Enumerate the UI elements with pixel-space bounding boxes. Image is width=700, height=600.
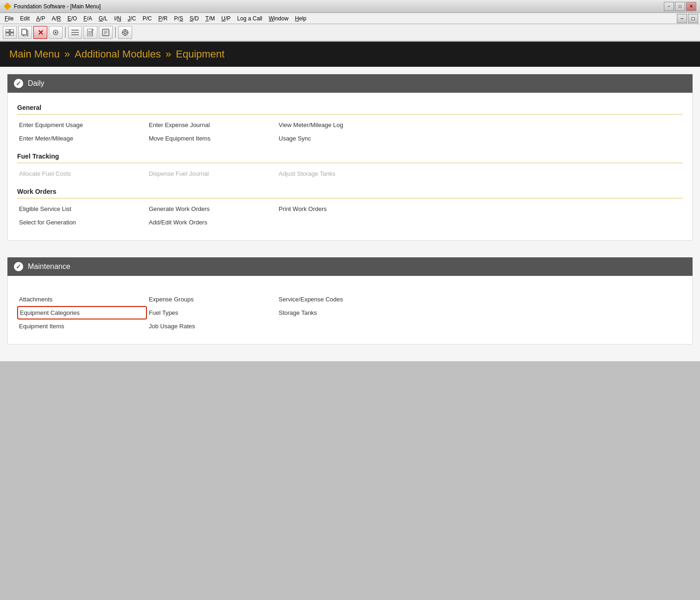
toolbar-sep1 (65, 27, 66, 38)
toolbar-copy-btn[interactable] (18, 26, 32, 39)
link-storage-tanks[interactable]: Storage Tanks (277, 306, 407, 319)
minimize-button[interactable]: − (664, 2, 674, 11)
menu-eo[interactable]: E/O (64, 14, 80, 23)
link-enter-meter-mileage[interactable]: Enter Meter/Mileage (17, 132, 147, 145)
link-job-usage-rates[interactable]: Job Usage Rates (147, 319, 277, 333)
link-equipment-categories[interactable]: Equipment Categories (17, 306, 147, 319)
link-expense-groups[interactable]: Expense Groups (147, 293, 277, 306)
svg-point-7 (55, 32, 57, 33)
menu-ar[interactable]: A/R (49, 14, 64, 23)
section-body-maintenance: AttachmentsExpense GroupsService/Expense… (7, 276, 693, 345)
subsection-title-general: General (17, 100, 683, 115)
maintenance-check-icon: ✓ (14, 262, 23, 271)
main-window: Main Menu » Additional Modules » Equipme… (0, 42, 700, 361)
link-enter-equipment-usage[interactable]: Enter Equipment Usage (17, 118, 147, 132)
fuel-menu-grid: Allocate Fuel CostsDispense Fuel Journal… (17, 165, 683, 184)
menu-bar: File Edit A/P A/R E/O F/A G/L I/N J/C P/… (0, 13, 700, 24)
toolbar-report-btn[interactable] (99, 26, 113, 39)
breadcrumb-additional-modules[interactable]: Additional Modules (75, 48, 161, 60)
menu-logcall[interactable]: Log a Call (235, 14, 265, 23)
spacer1 (7, 250, 693, 257)
maintenance-top-spacer (17, 283, 683, 291)
toolbar-doc-btn[interactable] (83, 26, 97, 39)
menu-tm[interactable]: T/M (203, 14, 218, 23)
menu-pr[interactable]: P/R (156, 14, 171, 23)
section-header-maintenance[interactable]: ✓ Maintenance (7, 257, 693, 276)
menu-in[interactable]: I/N (111, 14, 124, 23)
breadcrumb-equipment[interactable]: Equipment (176, 48, 224, 60)
svg-rect-3 (10, 33, 14, 36)
breadcrumb-main-menu[interactable]: Main Menu (9, 48, 60, 60)
link-print-work-orders[interactable]: Print Work Orders (277, 202, 407, 216)
close-button[interactable]: ✕ (686, 2, 696, 11)
title-bar-text: Foundation Software - [Main Menu] (14, 3, 101, 10)
link-allocate-fuel-costs: Allocate Fuel Costs (17, 167, 147, 180)
toolbar-list-btn[interactable] (68, 26, 82, 39)
link-enter-expense-journal[interactable]: Enter Expense Journal (147, 118, 277, 132)
link-add-edit-work-orders[interactable]: Add/Edit Work Orders (147, 216, 277, 229)
menu-minimize[interactable]: − (677, 14, 687, 23)
breadcrumb-bar: Main Menu » Additional Modules » Equipme… (0, 42, 700, 67)
toolbar-settings-btn[interactable] (118, 26, 132, 39)
breadcrumb-sep1: » (64, 48, 70, 60)
menu-edit[interactable]: Edit (17, 14, 32, 23)
menu-jc[interactable]: J/C (125, 14, 139, 23)
menu-ps[interactable]: P/S (172, 14, 186, 23)
link-attachments[interactable]: Attachments (17, 293, 147, 306)
link-eligible-service-list[interactable]: Eligible Service List (17, 202, 147, 216)
workorders-menu-grid: Eligible Service ListGenerate Work Order… (17, 200, 683, 233)
link-generate-work-orders[interactable]: Generate Work Orders (147, 202, 277, 216)
svg-point-20 (124, 32, 127, 34)
maintenance-menu-grid: AttachmentsExpense GroupsService/Expense… (17, 291, 683, 337)
menu-sd[interactable]: S/D (187, 14, 202, 23)
subsection-title-fuel: Fuel Tracking (17, 149, 683, 163)
toolbar-pin-btn[interactable] (49, 26, 63, 39)
section-body-daily: General Enter Equipment UsageEnter Expen… (7, 93, 693, 241)
title-bar-left: Foundation Software - [Main Menu] (4, 3, 101, 10)
menu-fa[interactable]: F/A (81, 14, 95, 23)
toolbar-close-btn[interactable]: ✕ (33, 26, 47, 39)
toolbar-grid-btn[interactable] (3, 26, 17, 39)
toolbar-sep2 (115, 27, 116, 38)
link-select-for-generation[interactable]: Select for Generation (17, 216, 147, 229)
menu-window[interactable]: Window (266, 14, 292, 23)
link-usage-sync[interactable]: Usage Sync (277, 132, 407, 145)
link-view-meter-mileage-log[interactable]: View Meter/Mileage Log (277, 118, 407, 132)
title-bar: Foundation Software - [Main Menu] − □ ✕ (0, 0, 700, 13)
menu-maximize[interactable]: □ (688, 14, 698, 23)
restore-button[interactable]: □ (675, 2, 685, 11)
link-dispense-fuel-journal: Dispense Fuel Journal (147, 167, 277, 180)
daily-title: Daily (28, 79, 45, 88)
svg-rect-2 (6, 33, 9, 36)
svg-rect-1 (10, 29, 14, 32)
daily-check-icon: ✓ (14, 79, 23, 88)
svg-rect-5 (22, 29, 26, 35)
link-move-equipment-items[interactable]: Move Equipment Items (147, 132, 277, 145)
menu-file[interactable]: File (2, 14, 16, 23)
link-service-expense-codes[interactable]: Service/Expense Codes (277, 293, 407, 306)
app-icon (4, 3, 11, 10)
link-fuel-types[interactable]: Fuel Types (147, 306, 277, 319)
section-header-daily[interactable]: ✓ Daily (7, 74, 693, 93)
menu-pc[interactable]: P/C (140, 14, 155, 23)
link-equipment-items[interactable]: Equipment Items (17, 319, 147, 333)
toolbar: ✕ (0, 24, 700, 42)
menu-ap[interactable]: A/P (33, 14, 48, 23)
menu-up[interactable]: U/P (219, 14, 234, 23)
svg-rect-11 (87, 29, 92, 36)
menu-help[interactable]: Help (292, 14, 309, 23)
menu-gl[interactable]: G/L (96, 14, 110, 23)
subsection-title-workorders: Work Orders (17, 184, 683, 198)
link-adjust-storage-tanks: Adjust Storage Tanks (277, 167, 407, 180)
maintenance-title: Maintenance (28, 262, 70, 271)
content-area: ✓ Daily General Enter Equipment UsageEnt… (0, 67, 700, 361)
breadcrumb-sep2: » (165, 48, 171, 60)
general-menu-grid: Enter Equipment UsageEnter Expense Journ… (17, 116, 683, 149)
svg-rect-0 (6, 29, 9, 32)
title-bar-controls: − □ ✕ (664, 2, 696, 11)
